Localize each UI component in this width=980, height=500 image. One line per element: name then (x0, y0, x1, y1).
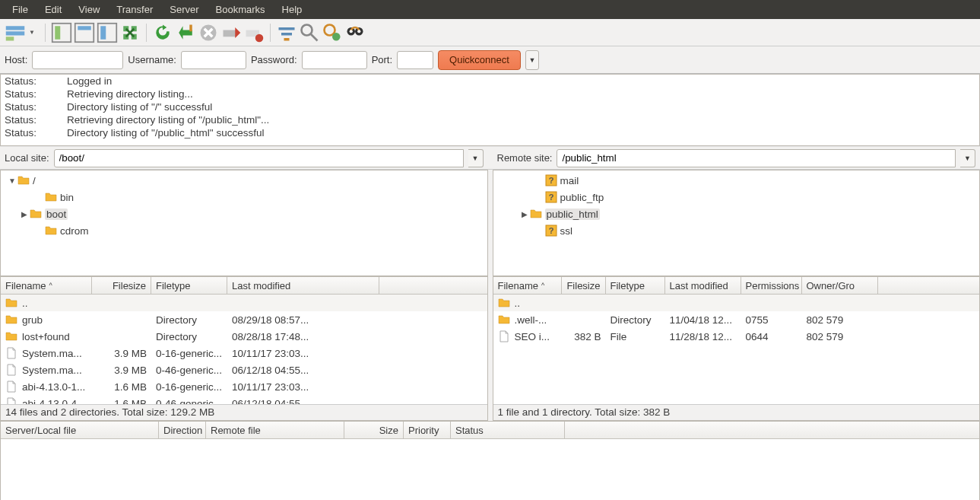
file-icon (5, 364, 17, 376)
file-row[interactable]: SEO i...382 BFile11/28/18 12...0644802 5… (493, 328, 980, 345)
tree-item[interactable]: ▶boot (1, 205, 487, 222)
message-log[interactable]: Status:Logged inStatus:Retrieving direct… (0, 74, 980, 146)
file-row[interactable]: lost+foundDirectory08/28/18 17:48... (1, 328, 487, 345)
tree-item[interactable]: ▶public_html (493, 205, 980, 222)
file-row[interactable]: System.ma...3.9 MB0-16-generic...10/11/1… (1, 345, 487, 361)
column-header[interactable]: Status (451, 422, 565, 438)
file-row[interactable]: .. (493, 295, 980, 311)
file-row[interactable]: .. (1, 295, 487, 311)
menu-edit[interactable]: Edit (37, 2, 69, 18)
host-input[interactable] (32, 51, 123, 69)
expander-icon[interactable]: ▶ (19, 210, 30, 218)
folder-icon (45, 225, 57, 237)
svg-rect-8 (100, 26, 106, 40)
column-header[interactable]: Priority (404, 422, 451, 438)
log-entry: Status:Retrieving directory listing of "… (1, 113, 979, 126)
remote-rows[interactable]: ...well-...Directory11/04/18 12...075580… (493, 295, 980, 404)
column-header[interactable]: Remote file (206, 422, 344, 438)
sitemanager-button[interactable] (5, 22, 26, 43)
column-header[interactable]: Filesize (562, 277, 606, 294)
svg-rect-4 (55, 26, 60, 40)
column-header[interactable]: Filename^ (1, 277, 92, 294)
menu-file[interactable]: File (5, 2, 36, 18)
folder-icon (5, 297, 17, 309)
cell: grub (1, 314, 92, 326)
tree-item[interactable]: ?mail (493, 172, 980, 189)
local-tree-panel: ▼/bin▶bootcdrom (0, 170, 488, 276)
menu-help[interactable]: Help (274, 2, 310, 18)
svg-point-17 (301, 24, 312, 35)
toggle-log-button[interactable] (51, 22, 72, 43)
file-row[interactable]: grubDirectory08/29/18 08:57... (1, 311, 487, 328)
file-row[interactable]: abi-4.13.0-4...1.6 MB0-46-generic...06/1… (1, 395, 487, 404)
toggle-local-tree-button[interactable] (74, 22, 95, 43)
cell: 08/28/18 17:48... (227, 331, 379, 342)
column-header[interactable]: Filesize (92, 277, 151, 294)
column-header[interactable]: Filetype (606, 277, 665, 294)
local-status: 14 files and 2 directories. Total size: … (1, 404, 487, 420)
file-row[interactable]: System.ma...3.9 MB0-46-generic...06/12/1… (1, 361, 487, 378)
local-path-input[interactable] (54, 149, 464, 167)
menu-server[interactable]: Server (162, 2, 206, 18)
column-header[interactable]: Server/Local file (1, 422, 159, 438)
unk-icon: ? (545, 174, 557, 186)
file-row[interactable]: abi-4.13.0-1...1.6 MB0-16-generic...10/1… (1, 378, 487, 395)
remote-filelist: Filename^FilesizeFiletypeLast modifiedPe… (493, 276, 981, 421)
log-entry: Status:Logged in (1, 75, 979, 88)
column-header[interactable]: Last modified (665, 277, 741, 294)
cell: Directory (151, 314, 227, 326)
cell: 11/28/18 12... (665, 331, 741, 342)
sitemanager-dropdown[interactable]: ▼ (29, 29, 35, 36)
queue-body[interactable] (1, 439, 979, 500)
quickconnect-dropdown[interactable]: ▼ (525, 50, 539, 70)
column-header[interactable]: Size (344, 422, 404, 438)
disconnect-button[interactable] (220, 22, 242, 43)
cancel-button[interactable] (198, 22, 219, 43)
remote-path-input[interactable] (557, 149, 956, 167)
expander-icon[interactable]: ▶ (519, 210, 530, 218)
cell: 08/29/18 08:57... (227, 314, 379, 326)
tree-item[interactable]: bin (1, 189, 487, 205)
menu-bookmarks[interactable]: Bookmarks (208, 2, 273, 18)
tree-item[interactable]: cdrom (1, 222, 487, 239)
local-rows[interactable]: ..grubDirectory08/29/18 08:57...lost+fou… (1, 295, 487, 404)
reconnect-button[interactable] (243, 22, 265, 43)
cell: 0-16-generic... (151, 348, 227, 359)
remote-path-dropdown[interactable]: ▼ (960, 149, 975, 167)
svg-rect-9 (189, 24, 192, 31)
toggle-queue-button[interactable] (119, 22, 141, 43)
compare-button[interactable] (299, 22, 320, 43)
tree-item[interactable]: ?public_ftp (493, 189, 980, 205)
process-queue-button[interactable] (175, 22, 196, 43)
cell: 10/11/17 23:03... (227, 348, 379, 359)
username-input[interactable] (181, 51, 246, 69)
cell: 802 579 (802, 314, 878, 326)
column-header[interactable]: Filetype (151, 277, 227, 294)
quickconnect-button[interactable]: Quickconnect (438, 50, 521, 70)
search-button[interactable] (344, 22, 366, 43)
local-tree[interactable]: ▼/bin▶bootcdrom (1, 170, 487, 275)
expander-icon[interactable]: ▼ (7, 177, 17, 185)
cell: 0-16-generic... (151, 381, 227, 393)
tree-item[interactable]: ▼/ (1, 172, 487, 189)
tree-item[interactable]: ?ssl (493, 222, 980, 239)
column-header[interactable]: Permissions (741, 277, 802, 294)
file-row[interactable]: .well-...Directory11/04/18 12...0755802 … (493, 311, 980, 328)
tree-label: / (33, 175, 36, 186)
filter-button[interactable] (276, 22, 297, 43)
password-input[interactable] (302, 51, 367, 69)
column-header[interactable]: Owner/Gro (802, 277, 878, 294)
cell: 11/04/18 12... (665, 314, 741, 326)
remote-tree[interactable]: ?mail?public_ftp▶public_html?ssl (493, 170, 980, 275)
port-label: Port: (372, 54, 392, 65)
refresh-button[interactable] (152, 22, 173, 43)
column-header[interactable]: Last modified (227, 277, 379, 294)
port-input[interactable] (397, 51, 433, 69)
menu-view[interactable]: View (71, 2, 107, 18)
menu-transfer[interactable]: Transfer (109, 2, 160, 18)
toggle-remote-tree-button[interactable] (97, 22, 118, 43)
local-path-dropdown[interactable]: ▼ (468, 149, 484, 167)
sync-browse-button[interactable] (322, 22, 343, 43)
column-header[interactable]: Filename^ (493, 277, 562, 294)
column-header[interactable]: Direction (159, 422, 206, 438)
